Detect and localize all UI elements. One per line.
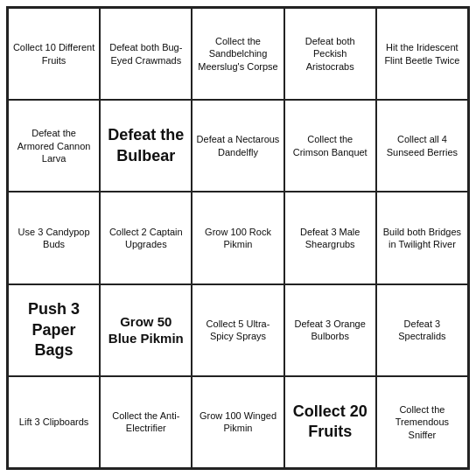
cell-r0c1: Defeat both Bug-Eyed Crawmads bbox=[100, 8, 192, 100]
cell-r3c2: Collect 5 Ultra-Spicy Sprays bbox=[192, 284, 284, 376]
cell-r3c4: Defeat 3 Spectralids bbox=[376, 284, 468, 376]
cell-r4c1: Collect the Anti-Electrifier bbox=[100, 376, 192, 468]
cell-r1c3: Collect the Crimson Banquet bbox=[284, 100, 376, 192]
bingo-card: Collect 10 Different FruitsDefeat both B… bbox=[6, 6, 470, 470]
cell-r1c1: Defeat the Bulbear bbox=[100, 100, 192, 192]
cell-r1c0: Defeat the Armored Cannon Larva bbox=[8, 100, 100, 192]
cell-r4c4: Collect the Tremendous Sniffer bbox=[376, 376, 468, 468]
cell-r3c3: Defeat 3 Orange Bulborbs bbox=[284, 284, 376, 376]
cell-r1c4: Collect all 4 Sunseed Berries bbox=[376, 100, 468, 192]
cell-r3c0: Push 3 Paper Bags bbox=[8, 284, 100, 376]
cell-r1c2: Defeat a Nectarous Dandelfly bbox=[192, 100, 284, 192]
cell-r4c0: Lift 3 Clipboards bbox=[8, 376, 100, 468]
cell-r2c1: Collect 2 Captain Upgrades bbox=[100, 192, 192, 284]
cell-r0c4: Hit the Iridescent Flint Beetle Twice bbox=[376, 8, 468, 100]
cell-r2c4: Build both Bridges in Twilight River bbox=[376, 192, 468, 284]
cell-r2c3: Defeat 3 Male Sheargrubs bbox=[284, 192, 376, 284]
cell-r2c2: Grow 100 Rock Pikmin bbox=[192, 192, 284, 284]
cell-r4c3: Collect 20 Fruits bbox=[284, 376, 376, 468]
cell-r4c2: Grow 100 Winged Pikmin bbox=[192, 376, 284, 468]
cell-r2c0: Use 3 Candypop Buds bbox=[8, 192, 100, 284]
cell-r0c0: Collect 10 Different Fruits bbox=[8, 8, 100, 100]
cell-r0c3: Defeat both Peckish Aristocrabs bbox=[284, 8, 376, 100]
cell-r3c1: Grow 50 Blue Pikmin bbox=[100, 284, 192, 376]
cell-r0c2: Collect the Sandbelching Meerslug's Corp… bbox=[192, 8, 284, 100]
